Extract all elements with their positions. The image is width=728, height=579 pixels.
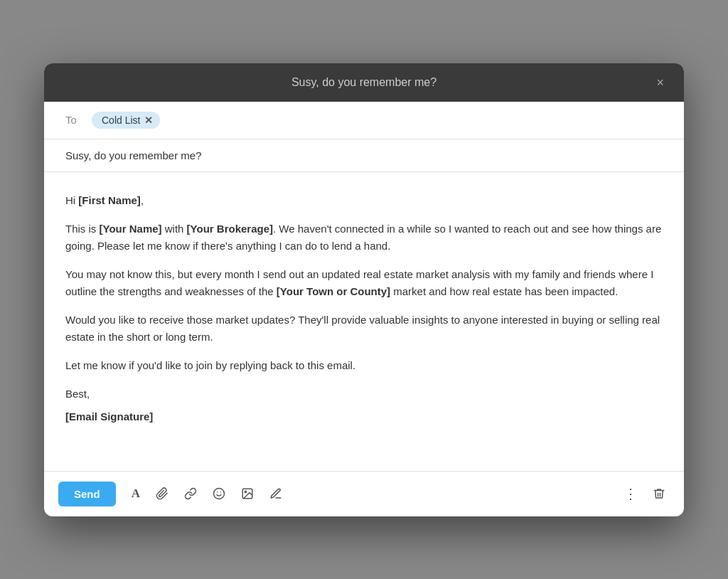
tag-text: Cold List	[102, 115, 140, 126]
delete-icon[interactable]	[648, 484, 670, 503]
emoji-icon[interactable]	[208, 484, 230, 503]
pen-icon[interactable]	[265, 484, 287, 503]
to-label: To	[65, 114, 83, 126]
email-greeting: Hi [First Name],	[65, 192, 663, 209]
toolbar-right: ⋮	[619, 482, 670, 505]
your-town-placeholder: [Your Town or County]	[277, 285, 390, 297]
image-icon[interactable]	[237, 484, 258, 503]
email-paragraph-2: You may not know this, but every month I…	[65, 266, 663, 300]
send-button[interactable]: Send	[58, 482, 116, 506]
font-icon[interactable]: A	[127, 484, 144, 504]
email-paragraph-1: This is [Your Name] with [Your Brokerage…	[65, 221, 663, 255]
email-paragraph-3: Would you like to receive those market u…	[65, 312, 663, 346]
email-compose-modal: Susy, do you remember me? × To Cold List…	[44, 63, 684, 516]
subject-row[interactable]: Susy, do you remember me?	[44, 139, 684, 172]
email-closing: Best,	[65, 386, 663, 403]
email-body[interactable]: Hi [First Name], This is [Your Name] wit…	[44, 172, 684, 471]
your-brokerage-placeholder: [Your Brokerage]	[187, 223, 273, 235]
svg-point-4	[245, 491, 246, 492]
email-paragraph-4: Let me know if you'd like to join by rep…	[65, 357, 663, 374]
attach-icon[interactable]	[151, 484, 173, 503]
to-row: To Cold List ✕	[44, 102, 684, 139]
email-toolbar: Send A	[44, 471, 684, 516]
close-button[interactable]: ×	[651, 73, 670, 92]
tag-remove-button[interactable]: ✕	[144, 115, 153, 125]
your-name-placeholder: [Your Name]	[100, 223, 162, 235]
link-icon[interactable]	[180, 484, 201, 503]
subject-text: Susy, do you remember me?	[65, 149, 201, 161]
more-options-icon[interactable]: ⋮	[619, 482, 643, 505]
svg-point-0	[213, 489, 224, 499]
modal-title: Susy, do you remember me?	[291, 76, 437, 89]
modal-body: To Cold List ✕ Susy, do you remember me?…	[44, 102, 684, 516]
recipient-tag: Cold List ✕	[92, 112, 160, 129]
modal-header: Susy, do you remember me? ×	[44, 63, 684, 102]
first-name-placeholder: [First Name]	[78, 194, 141, 206]
email-signature: [Email Signature]	[65, 408, 663, 425]
